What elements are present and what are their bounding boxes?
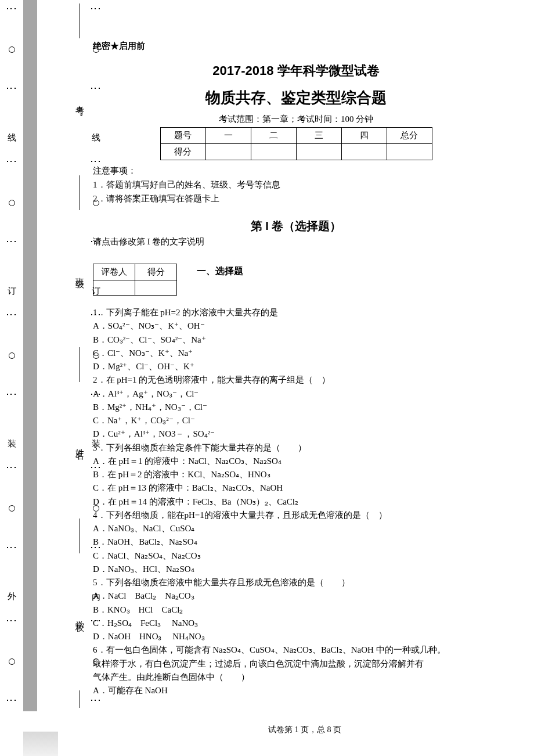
title-topic: 物质共存、鉴定类型综合题 (93, 88, 499, 108)
binding-gutter-outer: ⋮⋮ 线 ⋮⋮ 订 ⋮⋮ 装 ⋮⋮ 外 ⋮⋮ (0, 0, 32, 756)
q1-opt-a: A．SO₄²⁻、NO₃⁻、K⁺、OH⁻ (93, 319, 499, 333)
q4-stem: 4．下列各组物质，能在pH=1的溶液中大量共存，且形成无色溶液的是（ ） (93, 509, 499, 522)
q2-stem: 2．在 pH=1 的无色透明溶液中，能大量共存的离子组是（ ） (93, 373, 499, 387)
q5-opt-c: C．H₂SO₄ FeCl₃ NaNO₃ (93, 617, 499, 630)
q2-opt-a: A．Al³⁺，Ag⁺，NO₃⁻，Cl⁻ (93, 387, 499, 401)
score-header-row: 题号 一 二 三 四 总分 (160, 128, 432, 144)
q5-stem: 5．下列各组物质在溶液中能大量共存且形成无色溶液的是（ ） (93, 576, 499, 589)
grader-table: 评卷人 得分 (93, 264, 177, 296)
q3-stem: 3．下列各组物质在给定条件下能大量共存的是（ ） (93, 441, 499, 455)
q2-opt-c: C．Na⁺，K⁺，CO₃²⁻，Cl⁻ (93, 414, 499, 427)
notes-heading: 注意事项： (93, 164, 499, 178)
q1-opt-d: D．Mg²⁺、Cl⁻、OH⁻、K⁺ (93, 360, 499, 373)
page-curl-shadow (23, 732, 58, 756)
part1-title: 第 I 卷（选择题） (93, 218, 499, 234)
q6-stem-3: 气体产生。由此推断白色固体中（ ） (93, 671, 499, 684)
exam-notes: 注意事项： 1．答题前填写好自己的姓名、班级、考号等信息 2．请将答案正确填写在… (93, 164, 499, 206)
note-1: 1．答题前填写好自己的姓名、班级、考号等信息 (93, 178, 499, 192)
page-footer: 试卷第 1 页，总 8 页 (75, 725, 534, 735)
q1-stem: 1．下列离子能在 pH=2 的水溶液中大量共存的是 (93, 306, 499, 319)
section-heading: 一、选择题 (197, 265, 243, 278)
note-2: 2．请将答案正确填写在答题卡上 (93, 192, 499, 206)
score-value-row: 得分 (160, 144, 432, 160)
part1-hint: 请点击修改第 I 卷的文字说明 (93, 236, 499, 247)
exam-page: ⋮⋮ 线 ⋮⋮ 订 ⋮⋮ 装 ⋮⋮ 外 ⋮⋮ 考号: 班级: 姓名: 学校: ⋮… (0, 0, 534, 756)
q4-opt-b: B．NaOH、BaCl₂、Na₂SO₄ (93, 535, 499, 549)
q4-opt-d: D．NaNO₃、HCl、Na₂SO₄ (93, 563, 499, 576)
q6-stem-2: 取样溶于水，有白色沉淀产生；过滤后，向该白色沉淀中滴加盐酸，沉淀部分溶解并有 (93, 657, 499, 671)
question-list: 1．下列离子能在 pH=2 的水溶液中大量共存的是 A．SO₄²⁻、NO₃⁻、K… (93, 306, 499, 697)
score-table: 题号 一 二 三 四 总分 得分 (160, 127, 432, 160)
grader-block: 评卷人 得分 一、选择题 (93, 247, 499, 296)
q4-opt-c: C．NaCl、Na₂SO₄、Na₂CO₃ (93, 549, 499, 563)
exam-scope: 考试范围：第一章；考试时间：100 分钟 (93, 114, 499, 125)
title-year: 2017-2018 学年科学微型试卷 (93, 62, 499, 80)
q1-opt-c: C．Cl⁻、NO₃⁻、K⁺、Na⁺ (93, 347, 499, 360)
q3-opt-a: A．在 pH＝1 的溶液中：NaCl、Na₂CO₃、Na₂SO₄ (93, 455, 499, 468)
confidential-mark: 绝密★启用前 (93, 41, 499, 52)
q3-opt-b: B．在 pH＝2 的溶液中：KCl、Na₂SO₄、HNO₃ (93, 468, 499, 481)
q4-opt-a: A．NaNO₃、NaCl、CuSO₄ (93, 522, 499, 535)
dotted-column-outer: ⋮⋮ 线 ⋮⋮ 订 ⋮⋮ 装 ⋮⋮ 外 ⋮⋮ (6, 0, 17, 711)
q5-opt-a: A．NaCl BaCl₂ Na₂CO₃ (93, 589, 499, 603)
q6-stem-1: 6．有一包白色固体，可能含有 Na₂SO₄、CuSO₄、Na₂CO₃、BaCl₂… (93, 643, 499, 657)
binding-gutter-inner: 考号: 班级: 姓名: 学校: ⋮⋮ 线 ⋮⋮ 订 ⋮⋮ 装 ⋮⋮ 内 ⋮⋮ (32, 0, 75, 756)
q2-opt-b: B．Mg²⁺，NH₄⁺，NO₃⁻，Cl⁻ (93, 401, 499, 414)
q3-opt-c: C．在 pH＝13 的溶液中：BaCl₂、Na₂CO₃、NaOH (93, 481, 499, 495)
exam-content: 绝密★启用前 2017-2018 学年科学微型试卷 物质共存、鉴定类型综合题 考… (75, 0, 534, 756)
q6-opt-a: A．可能存在 NaOH (93, 684, 499, 697)
q2-opt-d: D．Cu²⁺，Al³⁺，NO3－，SO₄²⁻ (93, 427, 499, 441)
q1-opt-b: B．CO₃²⁻、Cl⁻、SO₄²⁻、Na⁺ (93, 333, 499, 347)
q5-opt-b: B．KNO₃ HCl CaCl₂ (93, 603, 499, 617)
q3-opt-d: D．在 pH＝14 的溶液中：FeCl₃、Ba（NO₃）₂、CaCl₂ (93, 495, 499, 509)
q5-opt-d: D．NaOH HNO₃ NH₄NO₃ (93, 630, 499, 643)
